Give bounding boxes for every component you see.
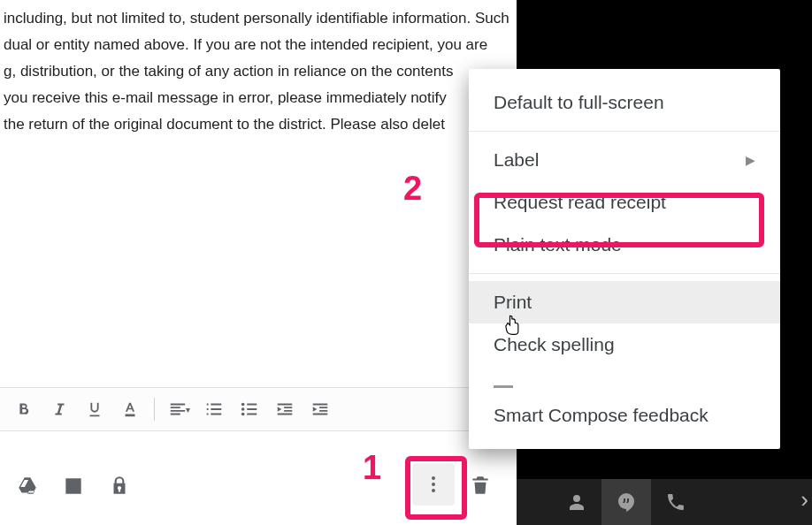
menu-label-item[interactable]: Label▶ — [469, 139, 780, 181]
menu-label: Smart Compose feedback — [494, 405, 709, 426]
drive-icon[interactable] — [14, 473, 41, 499]
menu-print[interactable]: Print — [469, 281, 780, 323]
annotation-step-2: 2 — [403, 170, 422, 208]
body-line: g, distribution, or the taking of any ac… — [4, 58, 513, 85]
email-body[interactable]: including, but not limited to, student p… — [0, 0, 517, 143]
indent-more-button[interactable] — [305, 394, 335, 424]
phone-icon[interactable] — [651, 479, 701, 525]
svg-point-1 — [241, 407, 245, 411]
menu-check-spelling[interactable]: Check spelling — [469, 323, 780, 366]
menu-separator — [469, 131, 780, 132]
menu-request-read-receipt[interactable]: Request read receipt — [469, 181, 780, 224]
confidential-mode-icon[interactable] — [106, 473, 133, 499]
discard-draft-icon[interactable] — [469, 474, 494, 498]
menu-label: Print — [494, 292, 532, 313]
bullet-list-button[interactable] — [234, 394, 264, 424]
numbered-list-button[interactable] — [199, 394, 229, 424]
body-line: the return of the original document to t… — [4, 111, 513, 138]
hangouts-icon[interactable] — [601, 479, 651, 525]
body-line: you receive this e-mail message in error… — [4, 85, 513, 111]
menu-label: Label — [494, 149, 539, 171]
compose-window: including, but not limited to, student p… — [0, 0, 517, 525]
svg-point-5 — [432, 489, 435, 492]
menu-dashes — [469, 366, 780, 394]
body-line: dual or entity named above. If you are n… — [4, 32, 513, 58]
svg-point-0 — [241, 403, 245, 407]
more-options-button[interactable] — [412, 463, 455, 506]
svg-point-3 — [432, 476, 435, 480]
svg-point-2 — [241, 413, 245, 416]
menu-label: Check spelling — [494, 334, 615, 355]
chevron-right-icon: ▶ — [746, 153, 755, 167]
menu-plain-text-mode[interactable]: Plain text mode — [469, 224, 780, 266]
hangouts-bar — [517, 479, 812, 525]
menu-smart-compose-feedback[interactable]: Smart Compose feedback — [469, 394, 780, 437]
indent-less-button[interactable] — [270, 394, 300, 424]
bold-button[interactable] — [9, 394, 39, 424]
contacts-icon[interactable] — [552, 479, 601, 525]
format-toolbar: ▾ — [0, 387, 517, 431]
menu-default-fullscreen[interactable]: Default to full-screen — [469, 81, 780, 124]
menu-label: Request read receipt — [494, 192, 666, 213]
text-color-button[interactable] — [115, 394, 145, 424]
menu-label: Default to full-screen — [494, 92, 664, 113]
body-line: including, but not limited to, student p… — [4, 5, 513, 32]
underline-button[interactable] — [80, 394, 110, 424]
italic-button[interactable] — [44, 394, 74, 424]
chevron-right-icon[interactable]: › — [801, 486, 808, 514]
annotation-step-1: 1 — [363, 449, 381, 487]
more-options-menu: Default to full-screen Label▶ Request re… — [469, 69, 780, 449]
insert-photo-icon[interactable] — [60, 473, 87, 499]
separator — [154, 398, 155, 421]
menu-label: Plain text mode — [494, 234, 622, 255]
svg-point-4 — [432, 483, 435, 486]
align-button[interactable]: ▾ — [164, 394, 194, 424]
menu-separator — [469, 273, 780, 274]
